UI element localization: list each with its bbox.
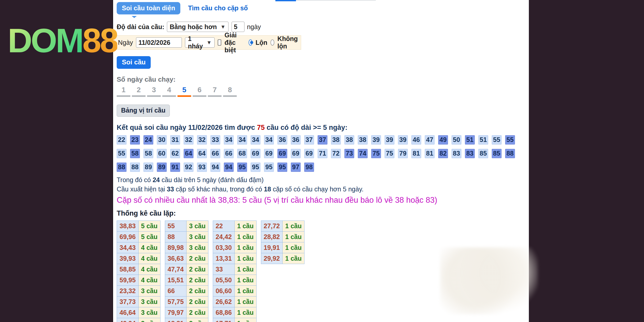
number-cell[interactable]: 81 bbox=[411, 149, 421, 158]
pair-cell[interactable]: 28,82 bbox=[261, 231, 283, 242]
number-cell[interactable]: 68 bbox=[237, 149, 247, 158]
number-cell[interactable]: 74 bbox=[358, 149, 368, 158]
pair-cell[interactable]: 58,85 bbox=[117, 264, 139, 275]
khong-lon-radio[interactable] bbox=[270, 39, 274, 46]
number-cell[interactable]: 73 bbox=[344, 149, 354, 158]
giai-dac-biet-checkbox[interactable] bbox=[218, 39, 222, 46]
date-input[interactable] bbox=[136, 37, 182, 48]
number-cell[interactable]: 91 bbox=[170, 163, 180, 172]
number-cell[interactable]: 38 bbox=[344, 135, 354, 145]
number-cell[interactable]: 97 bbox=[291, 163, 301, 172]
soi-cau-button[interactable]: Soi cầu bbox=[117, 56, 151, 69]
pair-cell[interactable]: 69,96 bbox=[117, 231, 139, 242]
number-cell[interactable]: 51 bbox=[465, 135, 475, 145]
tab-tim-cau-cho-cap-so[interactable]: Tìm cầu cho cặp số bbox=[188, 2, 248, 12]
number-cell[interactable]: 64 bbox=[184, 149, 193, 158]
pair-cell[interactable]: 88 bbox=[165, 231, 187, 242]
pair-cell[interactable]: 06,60 bbox=[213, 285, 235, 296]
number-cell[interactable]: 88 bbox=[505, 149, 515, 158]
number-cell[interactable]: 85 bbox=[478, 149, 488, 158]
number-cell[interactable]: 62 bbox=[170, 149, 180, 158]
number-cell[interactable]: 89 bbox=[157, 163, 167, 172]
pair-cell[interactable]: 55 bbox=[165, 221, 187, 231]
number-cell[interactable]: 69 bbox=[291, 149, 301, 158]
run-days-item-2[interactable]: 2 bbox=[132, 86, 146, 97]
number-cell[interactable]: 37 bbox=[304, 135, 314, 145]
run-days-item-5[interactable]: 5 bbox=[177, 86, 191, 97]
number-cell[interactable]: 95 bbox=[277, 163, 287, 172]
length-days-input[interactable] bbox=[232, 22, 244, 32]
number-cell[interactable]: 58 bbox=[130, 149, 140, 158]
length-compare-select[interactable]: Bằng hoặc hơn ▼ bbox=[167, 22, 228, 32]
number-cell[interactable]: 94 bbox=[224, 163, 234, 172]
number-cell[interactable]: 55 bbox=[117, 149, 126, 158]
number-cell[interactable]: 95 bbox=[264, 163, 274, 172]
number-cell[interactable]: 75 bbox=[385, 149, 394, 158]
number-cell[interactable]: 46 bbox=[411, 135, 421, 145]
pair-cell[interactable]: 26,62 bbox=[213, 296, 235, 307]
pair-cell[interactable]: 46,64 bbox=[117, 307, 139, 318]
pair-cell[interactable]: 18,81 bbox=[165, 318, 187, 322]
number-cell[interactable]: 39 bbox=[371, 135, 381, 145]
pair-cell[interactable]: 17,71 bbox=[213, 318, 235, 322]
number-cell[interactable]: 92 bbox=[184, 163, 193, 172]
number-cell[interactable]: 32 bbox=[184, 135, 193, 145]
number-cell[interactable]: 69 bbox=[304, 149, 314, 158]
number-cell[interactable]: 85 bbox=[492, 149, 502, 158]
number-cell[interactable]: 50 bbox=[452, 135, 461, 145]
pair-cell[interactable]: 29,92 bbox=[261, 253, 283, 264]
number-cell[interactable]: 39 bbox=[385, 135, 394, 145]
pair-cell[interactable]: 27,72 bbox=[261, 221, 283, 231]
lon-radio[interactable] bbox=[249, 39, 252, 46]
number-cell[interactable]: 66 bbox=[210, 149, 220, 158]
pair-cell[interactable]: 38,83 bbox=[117, 221, 139, 231]
number-cell[interactable]: 51 bbox=[478, 135, 488, 145]
run-days-item-1[interactable]: 1 bbox=[117, 86, 130, 97]
number-cell[interactable]: 79 bbox=[398, 149, 408, 158]
number-cell[interactable]: 39 bbox=[398, 135, 408, 145]
pair-cell[interactable]: 59,95 bbox=[117, 275, 139, 285]
number-cell[interactable]: 81 bbox=[425, 149, 435, 158]
number-cell[interactable]: 36 bbox=[277, 135, 287, 145]
pair-cell[interactable]: 34,43 bbox=[117, 242, 139, 253]
number-cell[interactable]: 64 bbox=[197, 149, 207, 158]
number-cell[interactable]: 34 bbox=[251, 135, 260, 145]
number-cell[interactable]: 38 bbox=[331, 135, 341, 145]
number-cell[interactable]: 95 bbox=[251, 163, 260, 172]
pair-cell[interactable]: 03,30 bbox=[213, 242, 235, 253]
pair-cell[interactable]: 24,42 bbox=[213, 231, 235, 242]
number-cell[interactable]: 66 bbox=[224, 149, 234, 158]
number-cell[interactable]: 82 bbox=[438, 149, 448, 158]
run-days-item-6[interactable]: 6 bbox=[193, 86, 206, 97]
number-cell[interactable]: 69 bbox=[277, 149, 287, 158]
pair-cell[interactable]: 22 bbox=[213, 221, 235, 231]
pair-cell[interactable]: 05,50 bbox=[213, 275, 235, 285]
pair-cell[interactable]: 19,91 bbox=[261, 242, 283, 253]
pair-cell[interactable]: 23,32 bbox=[117, 285, 139, 296]
number-cell[interactable]: 34 bbox=[264, 135, 274, 145]
number-cell[interactable]: 34 bbox=[224, 135, 234, 145]
number-cell[interactable]: 23 bbox=[130, 135, 140, 145]
number-cell[interactable]: 83 bbox=[452, 149, 461, 158]
number-cell[interactable]: 22 bbox=[117, 135, 126, 145]
number-cell[interactable]: 88 bbox=[130, 163, 140, 172]
run-days-item-3[interactable]: 3 bbox=[147, 86, 161, 97]
nhay-select[interactable]: 1 nháy ▼ bbox=[185, 37, 214, 48]
pair-cell[interactable]: 57,75 bbox=[165, 296, 187, 307]
number-cell[interactable]: 30 bbox=[157, 135, 167, 145]
number-cell[interactable]: 69 bbox=[251, 149, 260, 158]
number-cell[interactable]: 88 bbox=[117, 163, 126, 172]
pair-cell[interactable]: 66 bbox=[165, 285, 187, 296]
pair-cell[interactable]: 33 bbox=[213, 264, 235, 275]
number-cell[interactable]: 60 bbox=[157, 149, 167, 158]
number-cell[interactable]: 55 bbox=[492, 135, 502, 145]
pair-cell[interactable]: 79,97 bbox=[165, 307, 187, 318]
number-cell[interactable]: 24 bbox=[143, 135, 153, 145]
number-cell[interactable]: 32 bbox=[197, 135, 207, 145]
pair-cell[interactable]: 49,94 bbox=[117, 318, 139, 322]
bang-vi-tri-cau-button[interactable]: Bảng vị trí cầu bbox=[117, 105, 170, 117]
number-cell[interactable]: 36 bbox=[291, 135, 301, 145]
tab-soi-cau-toan-dien[interactable]: Soi cầu toàn diện bbox=[117, 2, 180, 14]
pair-cell[interactable]: 13,31 bbox=[213, 253, 235, 264]
run-days-item-4[interactable]: 4 bbox=[162, 86, 176, 97]
